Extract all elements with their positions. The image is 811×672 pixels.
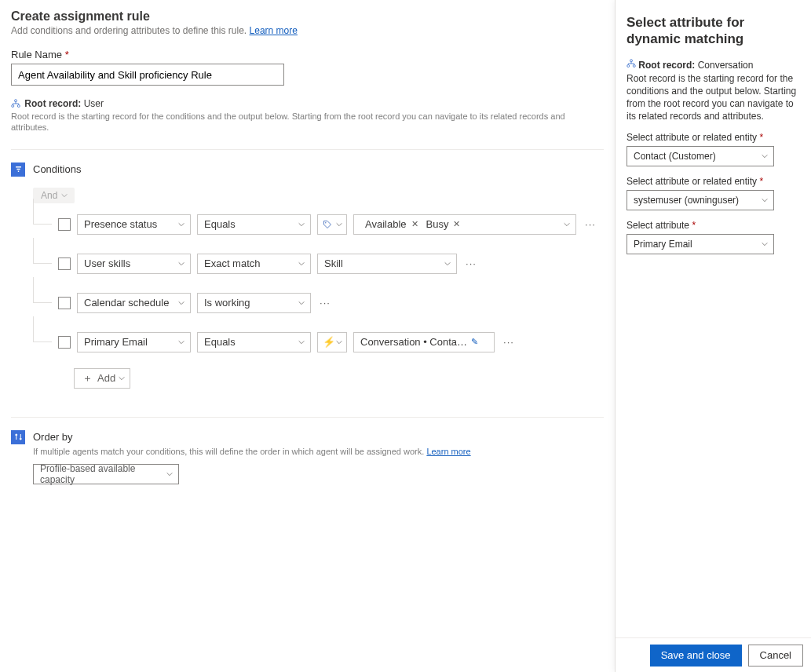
value-select-value: Skill — [324, 257, 343, 269]
chevron-down-icon — [761, 240, 769, 248]
operator-select[interactable]: Is working — [197, 293, 311, 313]
value-tag: Available✕ — [360, 217, 422, 232]
value-type-select[interactable] — [317, 214, 347, 235]
bolt-icon: ⚡ — [323, 336, 335, 348]
side-panel: Select attribute for dynamic matching Ro… — [615, 0, 811, 672]
rule-name-field: Rule Name * — [11, 49, 604, 86]
required-icon: * — [759, 176, 763, 187]
row-more-icon[interactable]: ··· — [463, 257, 479, 269]
chevron-down-icon — [298, 221, 305, 228]
svg-point-4 — [630, 59, 633, 61]
order-by-help: If multiple agents match your conditions… — [33, 447, 604, 456]
row-checkbox[interactable] — [58, 336, 71, 349]
chevron-down-icon — [177, 260, 185, 268]
svg-point-6 — [633, 64, 635, 67]
order-by-help-text: If multiple agents match your conditions… — [33, 447, 426, 456]
root-record-label: Root record: — [24, 98, 81, 109]
add-button-label: Add — [97, 372, 115, 384]
conditions-icon — [11, 163, 25, 177]
root-record: Root record: User Root record is the sta… — [11, 98, 604, 133]
remove-tag-icon[interactable]: ✕ — [453, 219, 460, 229]
row-checkbox[interactable] — [58, 297, 71, 309]
condition-row: Calendar schedule Is working ··· — [33, 274, 604, 313]
chevron-down-icon — [335, 338, 343, 346]
main-panel: Create assignment rule Add conditions an… — [0, 0, 615, 672]
plus-icon: ＋ — [82, 371, 93, 385]
required-icon: * — [759, 132, 763, 143]
side-select-1-value: Contact (Customer) — [634, 151, 716, 162]
remove-tag-icon[interactable]: ✕ — [411, 219, 418, 229]
order-learn-more-link[interactable]: Learn more — [426, 447, 470, 456]
chevron-down-icon — [60, 192, 68, 199]
side-select-3-label-text: Select attribute — [627, 220, 689, 231]
side-select-3[interactable]: Primary Email — [627, 234, 774, 254]
hierarchy-icon — [11, 99, 20, 108]
chevron-down-icon — [761, 196, 769, 204]
rule-name-label-text: Rule Name — [11, 49, 62, 60]
dynamic-value[interactable]: Conversation • Contact • User • P...✎ — [353, 332, 495, 352]
order-by-select[interactable]: Profile-based available capacity — [33, 464, 179, 484]
tree-connector — [33, 302, 52, 303]
chevron-down-icon — [563, 221, 571, 228]
side-select-3-value: Primary Email — [634, 239, 692, 250]
operator-select[interactable]: Exact match — [197, 254, 311, 274]
row-more-icon[interactable]: ··· — [583, 218, 598, 230]
chevron-down-icon — [298, 299, 305, 307]
tag-icon — [323, 220, 332, 229]
operator-select[interactable]: Equals — [197, 214, 311, 235]
save-button[interactable]: Save and close — [650, 645, 742, 667]
row-checkbox[interactable] — [58, 218, 71, 231]
operator-select-value: Is working — [204, 297, 250, 309]
side-root-help: Root record is the starting record for t… — [627, 72, 800, 123]
cancel-button[interactable]: Cancel — [748, 645, 803, 667]
side-select-1[interactable]: Contact (Customer) — [627, 146, 774, 166]
svg-point-3 — [325, 222, 327, 224]
side-select-1-label-text: Select attribute or related entity — [627, 132, 757, 143]
attribute-select-value: Presence status — [84, 218, 157, 230]
value-select[interactable]: Available✕ Busy✕ — [353, 214, 576, 235]
value-select[interactable]: Skill — [317, 254, 457, 274]
value-type-select[interactable]: ⚡ — [317, 332, 347, 352]
svg-point-5 — [627, 64, 630, 67]
conditions-heading: Conditions — [33, 163, 81, 175]
add-condition-button[interactable]: ＋ Add — [74, 368, 130, 389]
edit-icon[interactable]: ✎ — [471, 337, 478, 347]
svg-point-0 — [15, 100, 17, 102]
operator-select[interactable]: Equals — [197, 332, 311, 352]
group-operator-chip[interactable]: And — [33, 188, 75, 203]
page-subtitle: Add conditions and ordering attributes t… — [11, 25, 604, 36]
chevron-down-icon — [177, 299, 185, 307]
side-select-2-label-text: Select attribute or related entity — [627, 176, 757, 187]
dynamic-value-text: Conversation • Contact • User • P... — [360, 336, 468, 348]
root-record-value: User — [84, 98, 104, 109]
side-footer: Save and close Cancel — [616, 637, 811, 672]
row-more-icon[interactable]: ··· — [317, 297, 333, 309]
operator-select-value: Equals — [204, 218, 236, 230]
rule-name-input[interactable] — [11, 64, 284, 86]
side-root-label: Root record: — [638, 60, 695, 71]
side-select-2[interactable]: systemuser (owninguser) — [627, 190, 774, 210]
row-checkbox[interactable] — [58, 257, 71, 270]
side-root-value: Conversation — [698, 60, 754, 71]
attribute-select[interactable]: Presence status — [77, 214, 191, 235]
attribute-select-value: User skills — [84, 257, 130, 269]
root-record-help: Root record is the starting record for t… — [11, 111, 604, 133]
attribute-select[interactable]: Calendar schedule — [77, 293, 191, 313]
tree-connector — [33, 224, 52, 225]
chevron-down-icon — [177, 221, 185, 228]
chevron-down-icon — [298, 338, 305, 346]
order-by-icon — [11, 430, 25, 444]
attribute-select[interactable]: User skills — [77, 254, 191, 274]
tree-connector — [33, 341, 52, 342]
attribute-select[interactable]: Primary Email — [77, 332, 191, 352]
side-panel-title: Select attribute for dynamic matching — [627, 14, 800, 48]
group-operator-label: And — [41, 190, 57, 201]
value-tag-text: Busy — [426, 218, 449, 230]
page-subtitle-text: Add conditions and ordering attributes t… — [11, 25, 250, 36]
chevron-down-icon — [761, 152, 769, 160]
value-tag-text: Available — [365, 218, 407, 230]
learn-more-link[interactable]: Learn more — [250, 25, 298, 36]
row-more-icon[interactable]: ··· — [501, 336, 517, 348]
operator-select-value: Exact match — [204, 257, 261, 269]
chevron-down-icon — [118, 374, 126, 382]
